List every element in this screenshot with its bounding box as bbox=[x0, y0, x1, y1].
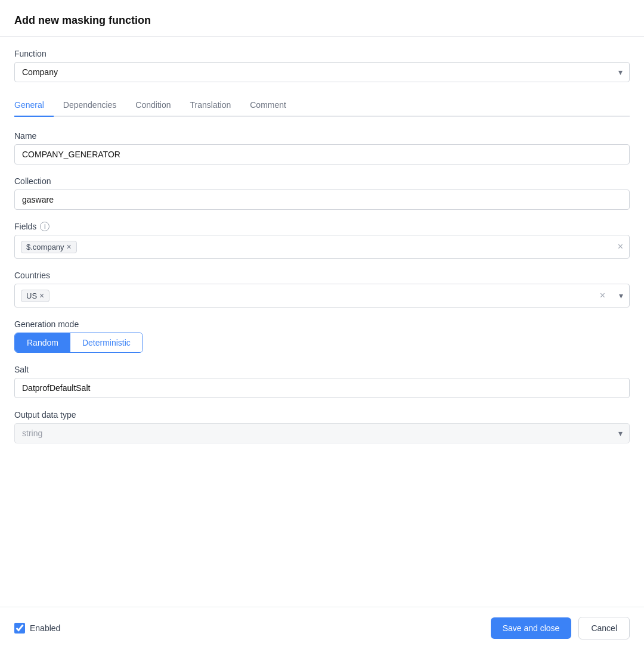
countries-label: Countries bbox=[14, 271, 630, 280]
countries-clear-icon[interactable]: × bbox=[600, 290, 605, 301]
fields-info-icon[interactable]: i bbox=[40, 222, 49, 231]
function-label: Function bbox=[14, 49, 630, 58]
fields-tag-company-remove[interactable]: × bbox=[67, 243, 72, 251]
dialog-header: Add new masking function bbox=[0, 0, 644, 37]
output-data-type-select-wrapper: string ▾ bbox=[14, 423, 630, 443]
dialog-title: Add new masking function bbox=[14, 14, 630, 27]
name-input[interactable] bbox=[14, 144, 630, 164]
random-button[interactable]: Random bbox=[15, 333, 70, 352]
function-select[interactable]: Company bbox=[14, 62, 630, 82]
fields-group: Fields i $.company × × bbox=[14, 222, 630, 259]
countries-tags-input[interactable]: US × × ▾ bbox=[14, 284, 630, 308]
name-group: Name bbox=[14, 131, 630, 164]
fields-label-row: Fields i bbox=[14, 222, 630, 231]
countries-chevron-icon[interactable]: ▾ bbox=[619, 291, 623, 300]
cancel-button[interactable]: Cancel bbox=[578, 617, 630, 639]
fields-tag-company-label: $.company bbox=[26, 243, 64, 251]
output-data-type-select: string bbox=[14, 423, 630, 443]
tab-bar: General Dependencies Condition Translati… bbox=[14, 94, 630, 117]
salt-label: Salt bbox=[14, 365, 630, 374]
add-masking-function-dialog: Add new masking function Function Compan… bbox=[0, 0, 644, 649]
fields-clear-icon[interactable]: × bbox=[618, 241, 623, 252]
tab-comment[interactable]: Comment bbox=[240, 94, 296, 117]
tab-dependencies[interactable]: Dependencies bbox=[54, 94, 126, 117]
footer-left: Enabled bbox=[14, 623, 60, 634]
output-data-type-label: Output data type bbox=[14, 410, 630, 420]
function-select-wrapper: Company ▾ bbox=[14, 62, 630, 82]
tab-general[interactable]: General bbox=[14, 94, 54, 117]
collection-input[interactable] bbox=[14, 190, 630, 210]
function-group: Function Company ▾ bbox=[14, 49, 630, 82]
enabled-checkbox[interactable] bbox=[14, 623, 25, 634]
output-data-type-group: Output data type string ▾ bbox=[14, 410, 630, 443]
generation-mode-group: Generation mode Random Deterministic bbox=[14, 319, 630, 353]
name-label: Name bbox=[14, 131, 630, 141]
enabled-label[interactable]: Enabled bbox=[30, 623, 60, 633]
generation-mode-toggle: Random Deterministic bbox=[14, 333, 143, 353]
collection-label: Collection bbox=[14, 176, 630, 186]
deterministic-button[interactable]: Deterministic bbox=[70, 333, 143, 352]
countries-tag-us-remove[interactable]: × bbox=[39, 291, 44, 300]
collection-group: Collection bbox=[14, 176, 630, 210]
fields-tags-input[interactable]: $.company × × bbox=[14, 235, 630, 259]
save-and-close-button[interactable]: Save and close bbox=[491, 617, 572, 639]
salt-group: Salt bbox=[14, 365, 630, 398]
footer-right: Save and close Cancel bbox=[491, 617, 630, 639]
generation-mode-label: Generation mode bbox=[14, 319, 630, 329]
dialog-footer: Enabled Save and close Cancel bbox=[0, 607, 644, 649]
salt-input[interactable] bbox=[14, 378, 630, 398]
fields-tag-company: $.company × bbox=[21, 241, 77, 253]
tab-condition[interactable]: Condition bbox=[126, 94, 180, 117]
tab-translation[interactable]: Translation bbox=[180, 94, 240, 117]
countries-tag-us-label: US bbox=[26, 291, 37, 300]
countries-tag-us: US × bbox=[21, 290, 49, 302]
fields-label: Fields bbox=[14, 222, 36, 231]
dialog-body: Function Company ▾ General Dependencies … bbox=[0, 37, 644, 607]
countries-group: Countries US × × ▾ bbox=[14, 271, 630, 308]
enabled-checkbox-wrapper: Enabled bbox=[14, 623, 60, 634]
